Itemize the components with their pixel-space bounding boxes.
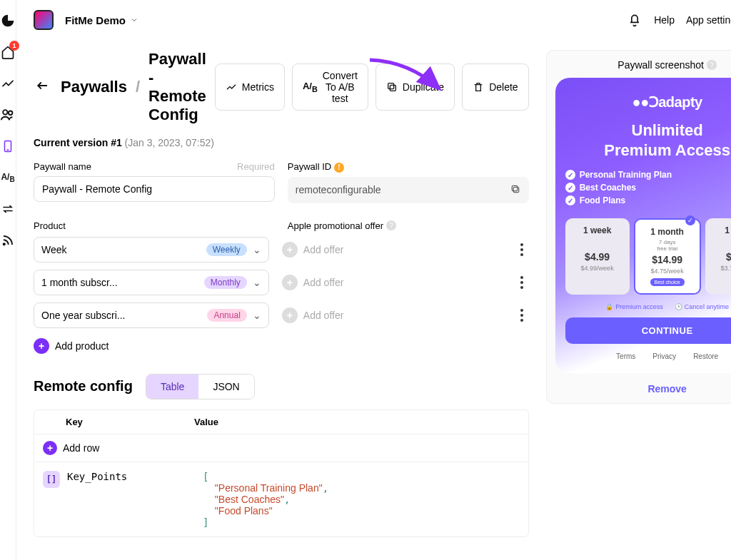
restore-link[interactable]: Restore — [693, 352, 718, 360]
users-icon[interactable] — [0, 107, 16, 123]
row-value[interactable]: [ "Personal Training Plan", "Best Coache… — [203, 471, 328, 528]
paywall-id-label: Paywall ID — [288, 161, 331, 172]
chevron-down-icon: ⌄ — [253, 277, 261, 288]
check-icon: ✓ — [565, 183, 575, 193]
row-key[interactable]: Key_Points — [67, 471, 196, 528]
nav-rail: 1 A/B — [0, 0, 16, 560]
topbar: FitMe Demo Help App settings Account — [16, 0, 731, 40]
check-icon: ✓ — [565, 195, 575, 205]
add-offer-label[interactable]: Add offer — [303, 310, 344, 321]
preview-brand: ●●Ͻadapty — [565, 93, 731, 111]
svg-point-1 — [9, 111, 12, 116]
ab-test-icon[interactable]: A/B — [0, 170, 16, 185]
product-header: Product — [34, 220, 275, 231]
home-icon[interactable]: 1 — [0, 44, 16, 60]
screenshot-label: Paywall screenshot — [617, 59, 704, 71]
breadcrumb-root[interactable]: Paywalls — [61, 78, 127, 96]
bell-icon[interactable] — [627, 12, 642, 28]
svg-rect-7 — [513, 187, 518, 192]
breadcrumb-sep: / — [136, 78, 140, 96]
col-key: Key — [66, 417, 194, 427]
row-menu-icon[interactable] — [515, 276, 529, 289]
privacy-link[interactable]: Privacy — [652, 352, 676, 360]
paywalls-icon[interactable] — [0, 138, 16, 154]
add-offer-icon[interactable]: + — [282, 307, 298, 323]
product-select[interactable]: One year subscri...Annual⌄ — [34, 302, 269, 328]
continue-button[interactable]: CONTINUE — [565, 317, 731, 344]
row-menu-icon[interactable] — [515, 243, 529, 256]
period-badge: Monthly — [204, 276, 247, 289]
svg-point-0 — [3, 110, 7, 114]
warning-icon: ! — [334, 163, 344, 173]
analytics-icon[interactable] — [0, 76, 16, 91]
product-row: WeekWeekly⌄ +Add offer — [34, 237, 529, 263]
add-offer-label[interactable]: Add offer — [303, 244, 344, 255]
delete-button[interactable]: Delete — [462, 63, 528, 111]
duplicate-button[interactable]: Duplicate — [375, 63, 455, 111]
help-icon[interactable]: ? — [386, 220, 396, 230]
plus-icon: + — [43, 441, 57, 455]
main-area: FitMe Demo Help App settings Account Pay… — [16, 0, 731, 560]
feed-icon[interactable] — [0, 233, 16, 248]
chevron-down-icon — [130, 16, 138, 24]
check-icon: ✓ — [565, 170, 575, 180]
breadcrumb-current: Paywall - Remote Config — [148, 50, 206, 124]
convert-ab-button[interactable]: A/BConvert To A/B test — [292, 63, 368, 111]
page-header: Paywalls / Paywall - Remote Config Metri… — [34, 50, 529, 124]
product-row: 1 month subscr...Monthly⌄ +Add offer — [34, 270, 529, 295]
bidirectional-icon[interactable] — [0, 201, 16, 217]
copy-icon[interactable] — [510, 183, 521, 197]
metrics-button[interactable]: Metrics — [215, 63, 285, 111]
offer-header: Apple promotional offer — [288, 220, 383, 231]
svg-rect-6 — [388, 83, 393, 89]
app-selector[interactable]: FitMe Demo — [65, 14, 138, 26]
add-offer-label[interactable]: Add offer — [303, 277, 344, 288]
terms-link[interactable]: Terms — [616, 352, 635, 360]
product-row: One year subscri...Annual⌄ +Add offer — [34, 302, 529, 328]
add-product-button[interactable]: +Add product — [34, 338, 529, 354]
table-row: [] Key_Points [ "Personal Training Plan"… — [34, 462, 529, 537]
svg-rect-5 — [390, 85, 395, 91]
preview-hero: UnlimitedPremium Access — [565, 121, 731, 160]
product-select[interactable]: WeekWeekly⌄ — [34, 237, 269, 263]
lock-icon: 🔒 — [605, 303, 613, 310]
ab-icon: A/B — [303, 81, 318, 93]
screenshot-panel: Paywall screenshot ? ✕ ●●Ͻadapty Unlimit… — [546, 50, 731, 404]
col-value: Value — [194, 417, 218, 427]
plus-icon: + — [34, 338, 49, 354]
tab-table[interactable]: Table — [146, 375, 198, 399]
best-badge: Best choice — [650, 278, 685, 286]
plan-card-selected[interactable]: 1 month 7 days free trial $14.99 $4.75/w… — [634, 218, 701, 295]
remove-screenshot-button[interactable]: Remove — [555, 383, 731, 394]
paywall-name-label: Paywall name — [34, 161, 91, 172]
app-logo — [34, 10, 54, 30]
config-view-tabs: Table JSON — [146, 374, 255, 399]
help-link[interactable]: Help — [654, 14, 675, 26]
logo-icon[interactable] — [0, 13, 16, 29]
paywall-id-box: remoteconfigurable — [288, 177, 529, 203]
add-offer-icon[interactable]: + — [282, 242, 298, 258]
plan-card[interactable]: 1 week $4.99 $4.99/week — [565, 218, 630, 295]
clock-icon: 🕒 — [675, 303, 682, 310]
help-icon[interactable]: ? — [707, 60, 717, 70]
tab-json[interactable]: JSON — [198, 375, 253, 399]
add-row-button[interactable]: +Add row — [34, 434, 529, 462]
back-button[interactable] — [34, 79, 52, 95]
row-menu-icon[interactable] — [515, 309, 529, 322]
chevron-down-icon: ⌄ — [253, 310, 261, 321]
svg-point-4 — [4, 243, 5, 245]
plan-card[interactable]: 1 year $179 $3.73/week — [705, 218, 731, 295]
paywall-id-value: remoteconfigurable — [296, 184, 381, 195]
product-select[interactable]: 1 month subscr...Monthly⌄ — [34, 270, 269, 295]
app-settings-link[interactable]: App settings — [686, 14, 731, 26]
chevron-down-icon: ⌄ — [253, 244, 261, 255]
paywall-name-input[interactable] — [34, 176, 275, 202]
version-line: Current version #1 (Jan 3, 2023, 07:52) — [34, 137, 529, 148]
app-name: FitMe Demo — [65, 14, 126, 26]
add-offer-icon[interactable]: + — [282, 275, 298, 290]
remote-config-title: Remote config — [34, 378, 133, 394]
period-badge: Annual — [207, 309, 246, 322]
paywall-preview: ✕ ●●Ͻadapty UnlimitedPremium Access ✓Per… — [555, 78, 731, 373]
period-badge: Weekly — [206, 243, 247, 256]
type-badge: [] — [43, 471, 60, 488]
